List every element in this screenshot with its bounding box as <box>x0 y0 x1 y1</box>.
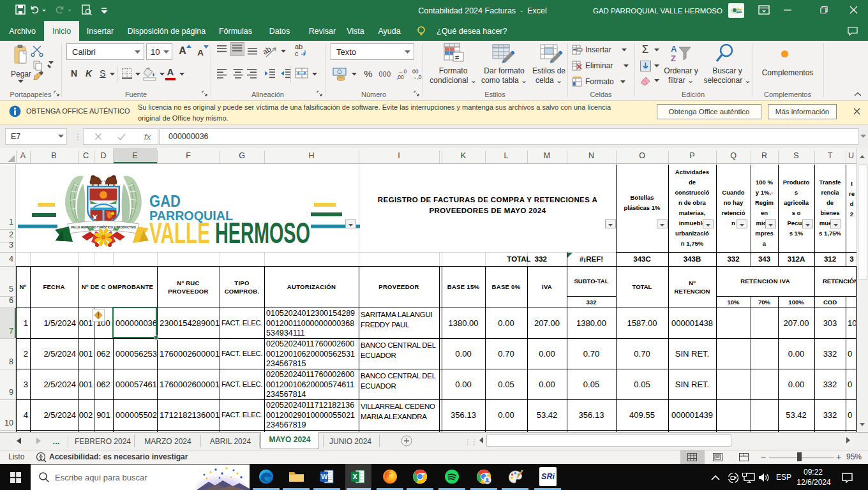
svg-text:≠: ≠ <box>455 53 460 62</box>
svg-text:VALLE: VALLE <box>149 216 210 249</box>
svg-text:,00: ,00 <box>396 74 404 80</box>
svg-text:VALLE HERMOSO TURÍSTICO Y PROD: VALLE HERMOSO TURÍSTICO Y PRODUCTIVO <box>71 225 136 229</box>
svg-text:A: A <box>671 44 677 54</box>
svg-text:W: W <box>321 473 328 480</box>
svg-text:X: X <box>353 473 358 480</box>
svg-text:→,0: →,0 <box>412 74 422 80</box>
svg-text:c: c <box>295 50 299 57</box>
svg-text:HERMOSO: HERMOSO <box>215 216 310 249</box>
svg-text:Z: Z <box>671 54 676 63</box>
